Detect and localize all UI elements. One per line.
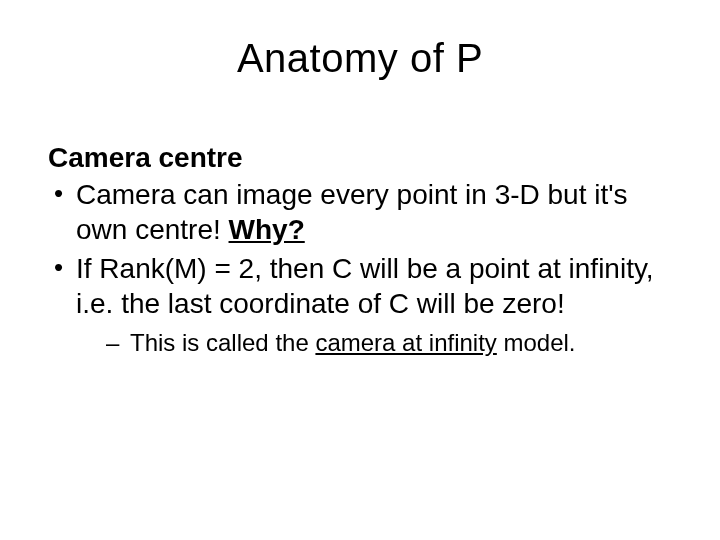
bullet-text: If Rank(M) = 2, then C will be a point a… — [76, 253, 654, 319]
slide-body: Camera centre Camera can image every poi… — [40, 141, 680, 358]
section-heading: Camera centre — [48, 141, 672, 175]
bullet-text: Camera can image every point in 3-D but … — [76, 179, 628, 245]
sub-bullet-emphasis: camera at infinity — [315, 329, 496, 356]
bullet-item: If Rank(M) = 2, then C will be a point a… — [48, 251, 672, 358]
bullet-item: Camera can image every point in 3-D but … — [48, 177, 672, 247]
sub-bullet-text: model. — [497, 329, 576, 356]
bullet-list: Camera can image every point in 3-D but … — [48, 177, 672, 358]
sub-bullet-item: This is called the camera at infinity mo… — [76, 327, 672, 358]
sub-bullet-text: This is called the — [130, 329, 315, 356]
bullet-emphasis: Why? — [229, 214, 305, 245]
sub-bullet-list: This is called the camera at infinity mo… — [76, 327, 672, 358]
slide-title: Anatomy of P — [40, 36, 680, 81]
